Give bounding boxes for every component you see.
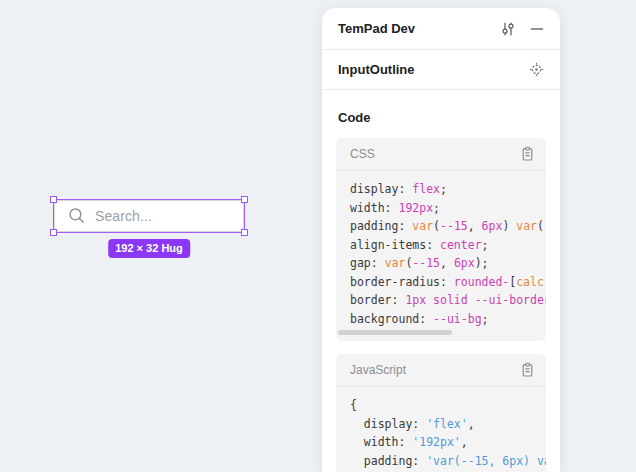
resize-handle-top-left[interactable] [50,196,57,203]
css-block-header: CSS [336,138,546,171]
code-line: display: flex; [350,180,546,199]
code-line: border: 1px solid --ui-border-input; [350,291,546,310]
search-icon [68,207,86,225]
crosshair-locate-icon[interactable] [529,62,544,77]
selected-component-row: InputOutline [322,50,560,90]
clipboard-copy-icon[interactable] [520,362,535,378]
code-section-title: Code [336,102,546,138]
code-line: align-items: center; [350,236,546,255]
code-line: display: 'flex', [350,415,546,434]
code-line: padding: 'var(--15, 6px) var(--15, 6px)'… [350,452,546,471]
figma-canvas: Search... 192 × 32 Hug TemPad Dev [0,0,636,472]
scrollbar-thumb[interactable] [338,330,452,335]
code-line: padding: var(--15, 6px) var(--15, 6px); [350,217,546,236]
code-line: gap: var(--15, 6px); [350,254,546,273]
javascript-block-label: JavaScript [350,363,520,377]
code-line: { [350,396,546,415]
code-line: width: 192px; [350,199,546,218]
tempad-dev-panel: TemPad Dev InputOutline [322,8,560,472]
css-code-text[interactable]: display: flex;width: 192px;padding: var(… [336,171,546,328]
code-line: border-radius: rounded-[calc(var()]; [350,273,546,292]
search-placeholder: Search... [95,208,152,224]
panel-header: TemPad Dev [322,8,560,50]
panel-title: TemPad Dev [338,21,486,36]
minimize-icon[interactable] [530,22,544,36]
code-line: background: --ui-bg; [350,310,546,329]
component-name: InputOutline [338,62,529,77]
resize-handle-top-right[interactable] [241,196,248,203]
size-badge: 192 × 32 Hug [108,239,190,258]
resize-handle-bottom-left[interactable] [50,229,57,236]
code-line: width: '192px', [350,433,546,452]
sliders-icon[interactable] [500,21,516,37]
code-section: Code CSS display: flex;width: 192px;padd… [322,90,560,472]
search-input-component[interactable]: Search... [54,200,244,232]
horizontal-scrollbar[interactable] [338,330,532,335]
javascript-code-text[interactable]: { display: 'flex', width: '192px', paddi… [336,387,546,472]
css-block-label: CSS [350,147,520,161]
javascript-code-block: JavaScript { display: 'flex', width: '19… [336,354,546,472]
clipboard-copy-icon[interactable] [520,146,535,162]
resize-handle-bottom-right[interactable] [241,229,248,236]
javascript-block-header: JavaScript [336,354,546,387]
css-code-block: CSS display: flex;width: 192px;padding: … [336,138,546,341]
